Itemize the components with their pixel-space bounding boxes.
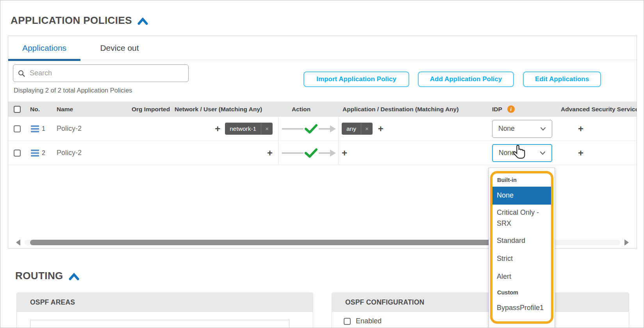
row1-checkbox[interactable]	[14, 125, 21, 132]
ospf-enabled-checkbox[interactable]	[344, 318, 351, 325]
application-policies-table: No. Name Org Imported Network / User (Ma…	[8, 102, 637, 165]
idp-dropdown-menu: Built-in None Critical Only - SRX Standa…	[489, 168, 555, 328]
ospf-areas-header: OSPF AREAS	[17, 293, 313, 312]
tab-bar: Applications Device out	[8, 36, 637, 60]
collapse-chevron-icon[interactable]	[137, 18, 148, 25]
row1-network-tag-remove-icon[interactable]: ×	[261, 123, 273, 135]
row2-idp-select[interactable]: None	[492, 144, 552, 162]
row1-idp-value: None	[498, 125, 515, 133]
header-app-dest: Application / Destination (Matching Any)	[339, 106, 485, 113]
collapse-chevron-icon[interactable]	[69, 273, 79, 280]
idp-group-custom: Custom	[489, 286, 555, 299]
row1-action-allow-icon[interactable]	[278, 117, 339, 141]
row1-add-network-icon[interactable]: +	[215, 124, 220, 134]
row1-policy-name: Policy-2	[54, 125, 130, 133]
ospf-enabled-label: Enabled	[356, 317, 382, 325]
tab-applications[interactable]: Applications	[8, 36, 80, 60]
tab-applications-label: Applications	[22, 43, 66, 53]
row2-policy-name: Policy-2	[54, 149, 130, 157]
row1-application-tag-remove-icon[interactable]: ×	[361, 123, 373, 135]
ospf-areas-panel: OSPF AREAS	[16, 292, 313, 328]
chevron-down-icon	[540, 151, 546, 155]
ospf-configuration-header: OSPF CONFIGURATION	[332, 293, 629, 312]
application-policies-heading[interactable]: APPLICATION POLICIES	[11, 14, 148, 27]
row2-checkbox[interactable]	[14, 150, 21, 157]
add-application-policy-button[interactable]: Add Application Policy	[418, 71, 514, 87]
row2-action-allow-icon[interactable]	[278, 141, 339, 165]
screen: APPLICATION POLICIES Applications Device…	[0, 0, 644, 328]
idp-group-built-in: Built-in	[489, 173, 555, 187]
scroll-left-arrow-icon[interactable]	[16, 239, 20, 246]
row2-idp-value: None	[499, 149, 515, 157]
row1-drag-handle-icon[interactable]	[30, 124, 40, 134]
header-name: Name	[54, 106, 130, 113]
ospf-configuration-panel: OSPF CONFIGURATION Enabled	[332, 292, 629, 328]
row2-add-application-icon[interactable]: +	[342, 148, 347, 158]
policy-count-summary: Displaying 2 of 2 total Application Poli…	[14, 87, 132, 94]
search-input[interactable]	[30, 69, 184, 77]
idp-option-bypassprofile1[interactable]: BypassProfile1	[492, 299, 551, 317]
idp-option-critical-only-srx[interactable]: Critical Only - SRX	[492, 205, 551, 232]
idp-option-alert[interactable]: Alert	[492, 268, 551, 286]
row1-add-advanced-service-icon[interactable]: +	[578, 123, 583, 134]
row2-add-advanced-service-icon[interactable]: +	[578, 148, 583, 158]
row2-number: 2	[42, 150, 45, 157]
row1-network-tag[interactable]: network-1 ×	[225, 123, 273, 135]
tab-device-out-label: Device out	[100, 43, 139, 53]
header-action: Action	[278, 106, 339, 113]
table-header-row: No. Name Org Imported Network / User (Ma…	[8, 102, 637, 117]
scroll-right-arrow-icon[interactable]	[624, 239, 629, 246]
idp-option-standard[interactable]: Standard	[492, 232, 551, 250]
row2-drag-handle-icon[interactable]	[30, 148, 40, 158]
ospf-areas-content-box	[30, 320, 289, 328]
policy-row-1: 1 Policy-2 + network-1 ×	[8, 117, 637, 141]
scrollbar-thumb[interactable]	[30, 240, 503, 245]
search-box	[13, 64, 189, 82]
row1-idp-select[interactable]: None	[492, 120, 552, 138]
edit-applications-button[interactable]: Edit Applications	[523, 71, 601, 87]
tab-device-out[interactable]: Device out	[80, 36, 159, 60]
header-network-user: Network / User (Matching Any)	[173, 106, 278, 113]
row2-add-network-icon[interactable]: +	[267, 148, 273, 158]
chevron-down-icon	[540, 127, 546, 131]
routing-heading[interactable]: ROUTING	[15, 270, 79, 282]
header-idp: IDP	[492, 106, 502, 113]
import-application-policy-button[interactable]: Import Application Policy	[303, 71, 409, 87]
row1-network-tag-label: network-1	[225, 123, 261, 135]
idp-info-icon[interactable]: i	[507, 105, 515, 113]
row1-application-tag-label: any	[342, 123, 361, 135]
idp-option-none[interactable]: None	[492, 187, 551, 205]
header-advanced-security: Advanced Security Services	[555, 106, 637, 113]
row1-add-application-icon[interactable]: +	[378, 124, 384, 134]
row1-application-tag[interactable]: any ×	[342, 123, 373, 135]
idp-option-strict[interactable]: Strict	[492, 250, 551, 268]
application-policies-title: APPLICATION POLICIES	[11, 14, 132, 27]
search-icon	[18, 70, 25, 77]
row1-number: 1	[42, 125, 45, 132]
policy-row-2: 2 Policy-2 + +	[8, 141, 637, 165]
routing-title: ROUTING	[15, 270, 63, 282]
header-no: No.	[26, 106, 54, 113]
select-all-checkbox[interactable]	[14, 106, 21, 113]
header-org-imported: Org Imported	[130, 106, 173, 113]
